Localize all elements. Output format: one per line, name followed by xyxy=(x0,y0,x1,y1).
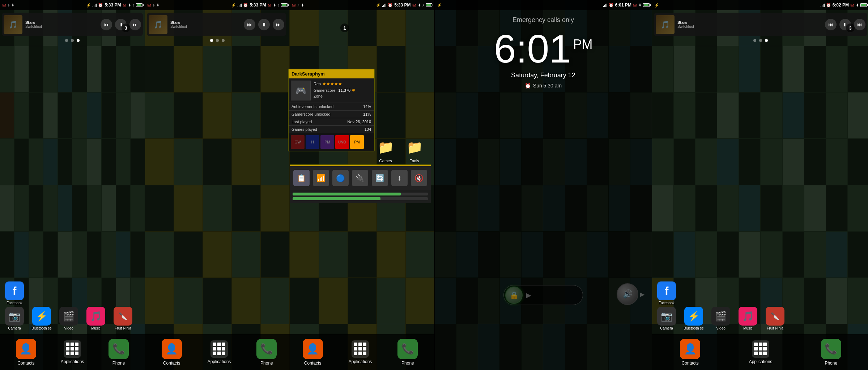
down-r-2b: ⬇ xyxy=(418,3,421,8)
app-ninja-4[interactable]: 🔪 Fruit Ninja xyxy=(762,307,788,330)
dock-phone-2b[interactable]: 📞 Phone xyxy=(397,339,418,366)
status-bar-3: ⚡ ⏰ 6:01 PM ✉ ⬇ xyxy=(435,0,652,10)
music-title-2a: Stars xyxy=(170,20,241,25)
alarm-2b: ⏰ xyxy=(388,3,393,8)
folder-tools[interactable]: 📁 Tools xyxy=(404,137,425,163)
dock-apps-2b[interactable]: Applications xyxy=(349,340,372,364)
notif-btn-bt[interactable]: 🔵 xyxy=(332,170,349,186)
app-bt-1[interactable]: ⚡ Bluetooth se xyxy=(29,307,54,330)
bt-3: ⚡ xyxy=(437,3,442,8)
icon-row-4-2: 📷 Camera ⚡ Bluetooth se 🎬 Video 🎵 Music … xyxy=(654,307,867,330)
time-1: 5:33 PM xyxy=(105,3,121,8)
dock-2: 👤 Contacts Applications 📞 Phone 👤 xyxy=(145,334,434,370)
xbox-zone: Zone xyxy=(314,93,372,99)
notif-btn-usb[interactable]: 🔌 xyxy=(352,170,368,186)
bt-icon-4: ⚡ xyxy=(684,307,703,326)
folder-games[interactable]: 📁 Games xyxy=(375,137,396,163)
music-controls-1[interactable]: ⏮ ⏸ ⏭ xyxy=(101,19,141,30)
dock-apps-4[interactable]: Applications xyxy=(749,340,773,364)
dock-apps-2a[interactable]: Applications xyxy=(208,340,231,364)
contacts-icon-2a: 👤 xyxy=(162,339,182,359)
apps-icon-2b xyxy=(352,340,369,358)
signal-2b xyxy=(382,3,386,7)
app-bt-4[interactable]: ⚡ Bluetooth se xyxy=(681,307,706,330)
next-btn-2a[interactable]: ⏭ xyxy=(273,19,284,30)
xbox-stats: Achievements unlocked 14% Gamerscore unl… xyxy=(289,103,374,133)
status-bar-4: ⚡ ⏰ 6:02 PM ✉ ⬇ xyxy=(652,0,868,10)
contacts-icon-4: 👤 xyxy=(680,339,700,359)
pause-btn-2a[interactable]: ⏸ xyxy=(258,19,270,30)
xbox-popup[interactable]: DarkSeraphym 🎮 Rep ★★★★★ Gamerscore 11,3… xyxy=(288,69,375,151)
video-icon-4: 🎬 xyxy=(711,307,730,326)
lock-alarm-display: ⏰ Sun 5:30 am xyxy=(435,83,652,89)
app-camera-1[interactable]: 📷 Camera xyxy=(2,307,27,330)
app-music-1[interactable]: 🎵 Music xyxy=(83,307,109,330)
zone-label: Zone xyxy=(314,94,323,98)
phone-icon-1: 📞 xyxy=(109,339,129,359)
notif-btn-sync[interactable]: 🔄 xyxy=(372,170,388,186)
apps-icon-2a xyxy=(210,340,228,358)
app-music-4[interactable]: 🎵 Music xyxy=(735,307,761,330)
dock-contacts-1[interactable]: 👤 Contacts xyxy=(16,339,36,366)
folder-icons: 📁 Games 📁 Tools xyxy=(375,137,425,163)
notif-btn-transfer[interactable]: ↕ xyxy=(391,170,408,186)
dock-phone-2a[interactable]: 📞 Phone xyxy=(256,339,277,366)
next-btn-4[interactable]: ⏭ xyxy=(854,19,865,30)
dot-1-2 xyxy=(71,39,74,42)
gs-unlocked-val: 11% xyxy=(363,112,371,116)
down-2b: ⬇ xyxy=(301,3,304,8)
notif-btn-clipboard[interactable]: 📋 xyxy=(293,170,310,186)
prev-btn-2a[interactable]: ⏮ xyxy=(244,19,255,30)
dock-phone-1[interactable]: 📞 Phone xyxy=(109,339,129,366)
dock-contacts-2a[interactable]: 👤 Contacts xyxy=(162,339,182,366)
dock-contacts-2b[interactable]: 👤 Contacts xyxy=(303,339,323,366)
status-right-2b: ⚡ ⏰ 5:33 PM ✉ ⬇ ♪ xyxy=(376,3,432,8)
bt-icon-4: ⚡ xyxy=(654,3,659,8)
xbox-avatar: 🎮 xyxy=(291,81,311,100)
tools-folder-icon: 📁 xyxy=(404,137,425,157)
dot-2a-2 xyxy=(216,39,219,42)
home-icons-4: f Facebook 📷 Camera ⚡ Bluetooth se 🎬 Vid… xyxy=(652,281,868,332)
alarm-icon-1: ⏰ xyxy=(98,3,103,8)
down-r-3: ⬇ xyxy=(638,3,642,8)
gamerscore-label: Gamerscore xyxy=(314,88,336,92)
notif-btn-wifi[interactable]: 📶 xyxy=(313,170,329,186)
music-controls-2a[interactable]: ⏮ ⏸ ⏭ xyxy=(244,19,284,30)
music-info-4: Stars Switchfoot xyxy=(677,20,822,29)
notif-btn-mute[interactable]: 🔇 xyxy=(411,170,427,186)
next-btn-1[interactable]: ⏭ xyxy=(129,19,141,30)
status-left-2b: ✉ ♪ ⬇ xyxy=(292,3,304,8)
page-dots-1 xyxy=(0,39,145,42)
app-ninja-1[interactable]: 🔪 Fruit Ninja xyxy=(110,307,136,330)
dock-contacts-4[interactable]: 👤 Contacts xyxy=(680,339,700,366)
bt-icon-1: ⚡ xyxy=(32,307,51,326)
progress-fill-1 xyxy=(293,193,401,195)
prev-btn-4[interactable]: ⏮ xyxy=(825,19,837,30)
video-label-4: Video xyxy=(716,326,725,330)
app-video-4[interactable]: 🎬 Video xyxy=(708,307,733,330)
app-facebook-1[interactable]: f Facebook xyxy=(2,281,27,305)
notification-panel: 📋 📶 🔵 🔌 🔄 ↕ 🔇 xyxy=(290,164,431,203)
music-2a: ♪ xyxy=(153,3,155,7)
game-thumb-5: PM xyxy=(350,135,364,149)
app-camera-4[interactable]: 📷 Camera xyxy=(654,307,679,330)
dock-apps-1[interactable]: Applications xyxy=(61,340,84,364)
rep-stars: ★★★★★ xyxy=(322,81,342,86)
app-video-1[interactable]: 🎬 Video xyxy=(56,307,81,330)
gmail-icon-r-1: ✉ xyxy=(123,3,127,8)
music-icon-status-1: ♪ xyxy=(8,3,10,7)
phone-label-4: Phone xyxy=(825,361,837,366)
icon-row-1-2: 📷 Camera ⚡ Bluetooth se 🎬 Video 🎵 Music … xyxy=(2,307,143,330)
app-facebook-4[interactable]: f Facebook xyxy=(654,281,679,305)
music-title-1: Stars xyxy=(25,20,98,25)
music-label-1: Music xyxy=(91,326,101,330)
music-controls-4[interactable]: ⏮ ⏸ ⏭ xyxy=(825,19,865,30)
contacts-icon-1: 👤 xyxy=(16,339,36,359)
dock-phone-4[interactable]: 📞 Phone xyxy=(821,339,841,366)
apps-label-1: Applications xyxy=(61,359,84,364)
music-artist-1: Switchfoot xyxy=(25,25,98,29)
rep-label: Rep xyxy=(314,82,321,86)
lock-time-display: 6:01PM Saturday, February 12 ⏰ Sun 5:30 … xyxy=(435,0,652,89)
notif-icons-row[interactable]: 📋 📶 🔵 🔌 🔄 ↕ 🔇 xyxy=(290,166,431,190)
prev-btn-1[interactable]: ⏮ xyxy=(101,19,112,30)
